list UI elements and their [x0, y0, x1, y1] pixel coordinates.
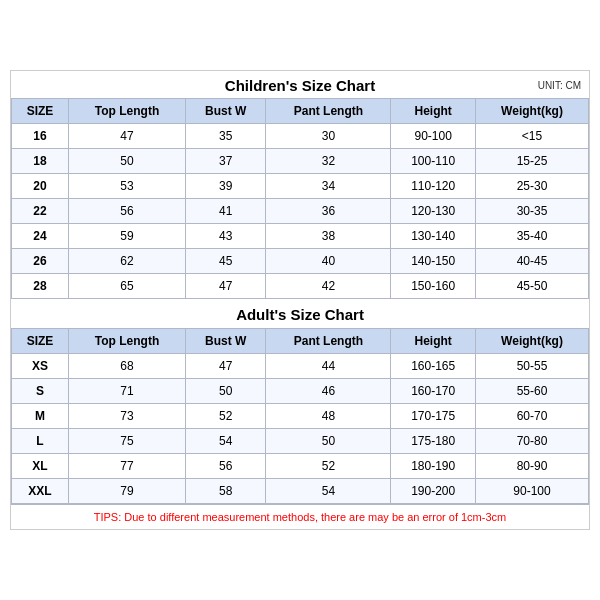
data-cell: 75	[68, 429, 185, 454]
col-top-length: Top Length	[68, 99, 185, 124]
data-cell: 170-175	[391, 404, 476, 429]
data-cell: 40	[266, 249, 391, 274]
size-cell: 22	[12, 199, 69, 224]
col-pant-length: Pant Length	[266, 99, 391, 124]
data-cell: 56	[68, 199, 185, 224]
data-cell: 43	[186, 224, 266, 249]
data-cell: 37	[186, 149, 266, 174]
data-cell: 48	[266, 404, 391, 429]
data-cell: 52	[266, 454, 391, 479]
table-row: 26624540140-15040-45	[12, 249, 589, 274]
data-cell: 45	[186, 249, 266, 274]
size-cell: 28	[12, 274, 69, 299]
data-cell: 47	[68, 124, 185, 149]
data-cell: 65	[68, 274, 185, 299]
data-cell: 44	[266, 354, 391, 379]
data-cell: 50	[186, 379, 266, 404]
data-cell: 35	[186, 124, 266, 149]
col-height: Height	[391, 99, 476, 124]
data-cell: 34	[266, 174, 391, 199]
children-header-row: SIZE Top Length Bust W Pant Length Heigh…	[12, 99, 589, 124]
data-cell: 70-80	[476, 429, 589, 454]
adult-chart-title: Adult's Size Chart	[12, 299, 589, 329]
table-row: XS684744160-16550-55	[12, 354, 589, 379]
data-cell: 100-110	[391, 149, 476, 174]
col-size: SIZE	[12, 99, 69, 124]
data-cell: 25-30	[476, 174, 589, 199]
data-cell: 15-25	[476, 149, 589, 174]
data-cell: 140-150	[391, 249, 476, 274]
data-cell: 150-160	[391, 274, 476, 299]
table-row: 22564136120-13030-35	[12, 199, 589, 224]
adult-col-bust-w: Bust W	[186, 329, 266, 354]
data-cell: 38	[266, 224, 391, 249]
children-chart-section: Children's Size Chart UNIT: CM SIZE Top …	[11, 71, 589, 299]
data-cell: 41	[186, 199, 266, 224]
data-cell: 36	[266, 199, 391, 224]
table-row: 24594338130-14035-40	[12, 224, 589, 249]
adult-col-top-length: Top Length	[68, 329, 185, 354]
adult-col-size: SIZE	[12, 329, 69, 354]
table-row: S715046160-17055-60	[12, 379, 589, 404]
data-cell: 79	[68, 479, 185, 504]
data-cell: 110-120	[391, 174, 476, 199]
data-cell: 77	[68, 454, 185, 479]
table-row: 20533934110-12025-30	[12, 174, 589, 199]
data-cell: 71	[68, 379, 185, 404]
data-cell: 160-165	[391, 354, 476, 379]
data-cell: 130-140	[391, 224, 476, 249]
size-cell: 24	[12, 224, 69, 249]
size-chart-container: Children's Size Chart UNIT: CM SIZE Top …	[10, 70, 590, 530]
data-cell: 54	[186, 429, 266, 454]
col-bust-w: Bust W	[186, 99, 266, 124]
data-cell: 42	[266, 274, 391, 299]
size-cell: L	[12, 429, 69, 454]
data-cell: 46	[266, 379, 391, 404]
data-cell: 175-180	[391, 429, 476, 454]
data-cell: <15	[476, 124, 589, 149]
table-row: XXL795854190-20090-100	[12, 479, 589, 504]
table-row: XL775652180-19080-90	[12, 454, 589, 479]
data-cell: 50	[266, 429, 391, 454]
data-cell: 47	[186, 354, 266, 379]
data-cell: 62	[68, 249, 185, 274]
adult-col-weight: Weight(kg)	[476, 329, 589, 354]
data-cell: 120-130	[391, 199, 476, 224]
unit-label: UNIT: CM	[538, 79, 581, 90]
data-cell: 55-60	[476, 379, 589, 404]
adult-title-row: Adult's Size Chart	[12, 299, 589, 329]
data-cell: 47	[186, 274, 266, 299]
data-cell: 32	[266, 149, 391, 174]
data-cell: 35-40	[476, 224, 589, 249]
data-cell: 160-170	[391, 379, 476, 404]
size-cell: 18	[12, 149, 69, 174]
table-row: 1647353090-100<15	[12, 124, 589, 149]
table-row: L755450175-18070-80	[12, 429, 589, 454]
data-cell: 80-90	[476, 454, 589, 479]
data-cell: 58	[186, 479, 266, 504]
data-cell: 56	[186, 454, 266, 479]
data-cell: 59	[68, 224, 185, 249]
adult-chart-section: Adult's Size Chart SIZE Top Length Bust …	[11, 299, 589, 504]
data-cell: 39	[186, 174, 266, 199]
adult-col-pant-length: Pant Length	[266, 329, 391, 354]
size-cell: 26	[12, 249, 69, 274]
data-cell: 30-35	[476, 199, 589, 224]
data-cell: 50-55	[476, 354, 589, 379]
children-chart-title: Children's Size Chart	[21, 77, 579, 94]
size-cell: XL	[12, 454, 69, 479]
data-cell: 53	[68, 174, 185, 199]
size-cell: S	[12, 379, 69, 404]
data-cell: 180-190	[391, 454, 476, 479]
size-cell: 16	[12, 124, 69, 149]
tips-row: TIPS: Due to different measurement metho…	[11, 504, 589, 529]
data-cell: 90-100	[391, 124, 476, 149]
data-cell: 190-200	[391, 479, 476, 504]
size-cell: M	[12, 404, 69, 429]
data-cell: 68	[68, 354, 185, 379]
adult-table: Adult's Size Chart SIZE Top Length Bust …	[11, 299, 589, 504]
data-cell: 50	[68, 149, 185, 174]
table-row: 28654742150-16045-50	[12, 274, 589, 299]
table-row: 18503732100-11015-25	[12, 149, 589, 174]
data-cell: 60-70	[476, 404, 589, 429]
